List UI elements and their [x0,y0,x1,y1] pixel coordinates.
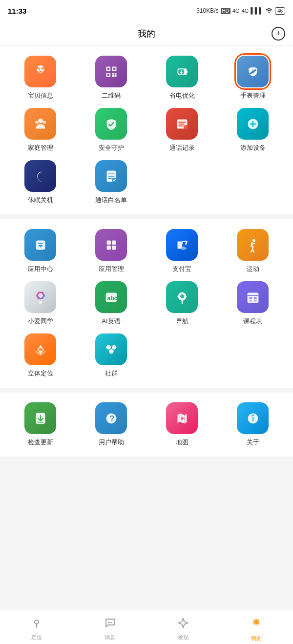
app-schedule[interactable]: 课程表 [217,281,288,326]
aienglish-icon: abc [95,281,127,313]
svg-rect-38 [106,240,111,245]
adddevice-icon [237,108,269,140]
svg-rect-40 [106,245,111,249]
svg-point-37 [40,245,42,247]
app-battery[interactable]: 省电优化 [146,56,217,100]
tracking-icon [24,333,56,365]
svg-rect-10 [107,73,109,76]
app-update[interactable]: 检查更新 [5,402,76,447]
app-sport[interactable]: 运动 [217,229,288,273]
nav-location[interactable]: 定位 [0,613,73,641]
hd-icon: HD [221,8,230,14]
help-icon: ? [95,402,127,434]
app-about[interactable]: i 关于 [217,402,288,447]
nav-location-label: 定位 [31,634,42,641]
nav-discover-label: 发现 [178,634,188,641]
tracking-label: 立体定位 [28,369,53,378]
svg-rect-58 [253,300,256,301]
whitelist-label: 通话白名单 [95,196,127,205]
svg-point-71 [35,620,39,624]
svg-rect-13 [112,75,114,77]
app-grid-device: 宝贝信息 二维码 [5,56,288,205]
app-calls[interactable]: 通话记录 [146,108,217,152]
svg-rect-59 [39,348,42,351]
svg-point-60 [106,345,111,350]
svg-point-4 [41,68,42,69]
app-tracking[interactable]: 立体定位 [5,333,76,378]
svg-rect-55 [249,297,252,299]
svg-rect-14 [114,75,116,77]
app-help[interactable]: ? 用户帮助 [76,402,146,447]
svg-text:abc: abc [107,294,117,301]
app-baobei[interactable]: 宝贝信息 [5,56,76,100]
baobei-icon [24,56,56,87]
location-nav-icon [31,617,42,632]
xiaoai-label: 小爱同学 [28,317,53,326]
battery-label: 省电优化 [169,91,195,100]
nav-mine[interactable]: 我的 [220,612,293,642]
battery-icon-app [166,56,198,87]
battery-icon: 46 [275,7,285,15]
status-icons: 310KB/s HD 4G 4G ▌▌▌ 46 [196,7,285,15]
map-icon [166,402,198,434]
app-aienglish[interactable]: abc AI英语 [76,281,146,326]
nav-discover[interactable]: 发现 [146,613,220,641]
app-watch[interactable]: 手表管理 [217,56,288,100]
app-navigate[interactable]: 导航 [146,281,217,326]
add-button[interactable]: + [272,27,285,41]
app-whitelist[interactable]: 通话白名单 [76,160,146,205]
sport-icon [237,229,269,261]
nav-message[interactable]: 消息 [73,613,146,641]
calls-label: 通话记录 [169,144,195,152]
appmanage-label: 应用管理 [99,265,124,273]
svg-point-3 [38,68,40,69]
app-sleep[interactable]: 休眠关机 [5,160,76,205]
app-safety[interactable]: 安全守护 [76,108,146,152]
alipay-icon [166,229,198,261]
svg-point-20 [38,118,43,123]
alipay-label: 支付宝 [172,265,191,273]
svg-rect-53 [247,292,258,303]
svg-point-1 [37,67,39,69]
sleep-icon [24,160,56,192]
svg-rect-12 [114,72,116,74]
app-xiaoai[interactable]: 小爱同学 [5,281,76,326]
community-label: 社群 [105,369,118,378]
svg-point-75 [111,622,112,623]
svg-point-72 [36,626,38,628]
message-nav-icon [104,617,116,632]
svg-rect-16 [186,70,188,73]
app-qrcode[interactable]: 二维码 [76,56,146,100]
navigate-label: 导航 [176,317,188,326]
appmanage-icon [95,229,127,261]
svg-point-80 [258,620,260,622]
app-community[interactable]: 社群 [76,333,146,378]
section-apps: 应用中心 应用管理 支付宝 [0,219,293,388]
app-adddevice[interactable]: 添加设备 [217,108,288,152]
app-family[interactable]: 家庭管理 [5,108,76,152]
svg-point-19 [252,71,254,73]
svg-point-42 [252,239,255,242]
svg-point-67 [181,417,184,420]
sport-label: 运动 [247,265,259,273]
calls-icon [166,108,198,140]
app-appcenter[interactable]: 应用中心 [5,229,76,273]
xiaoai-icon [24,281,56,313]
app-appmanage[interactable]: 应用管理 [76,229,146,273]
nav-message-label: 消息 [105,634,115,641]
app-grid-apps: 应用中心 应用管理 支付宝 [5,229,288,378]
update-icon [24,402,56,434]
family-icon [24,108,56,140]
nav-mine-label: 我的 [251,635,262,642]
appcenter-label: 应用中心 [28,265,53,273]
plus-icon: + [276,28,281,39]
map-label: 地图 [176,438,188,447]
status-bar: 11:33 310KB/s HD 4G 4G ▌▌▌ 46 [0,0,293,21]
svg-rect-57 [249,300,252,301]
signal-icon: ▌▌▌ [251,7,263,14]
about-label: 关于 [247,438,259,447]
svg-rect-41 [111,245,116,249]
app-map[interactable]: 地图 [146,402,217,447]
whitelist-icon [95,160,127,192]
app-alipay[interactable]: 支付宝 [146,229,217,273]
